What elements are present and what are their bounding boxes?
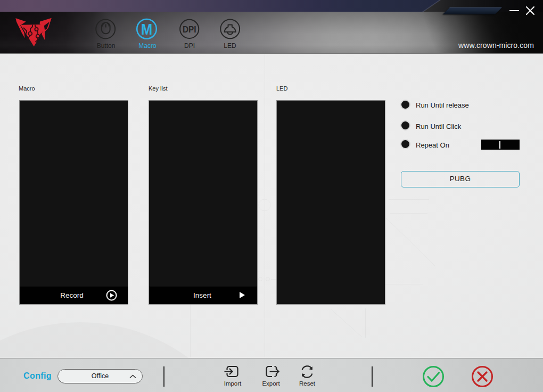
svg-text:DPI: DPI	[183, 24, 196, 34]
svg-text:M: M	[141, 20, 153, 38]
